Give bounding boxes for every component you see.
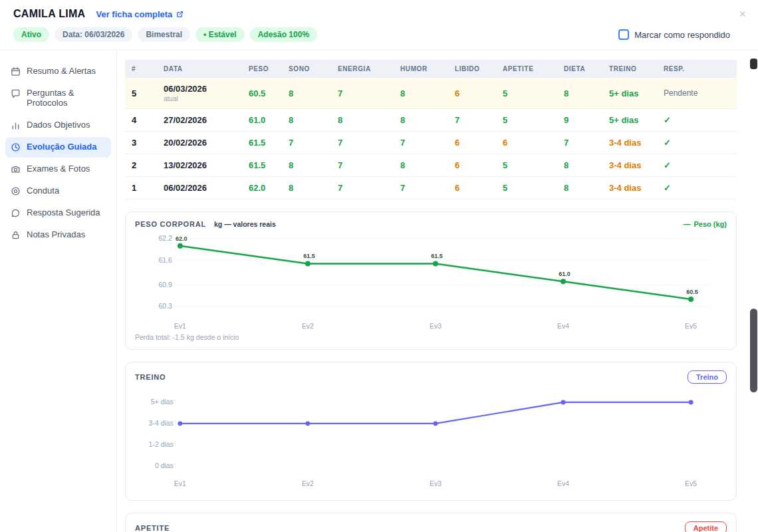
cell-libido: 6 <box>448 132 496 154</box>
cell-date: 13/02/2026 <box>157 154 242 177</box>
cell-energia: 7 <box>331 177 394 200</box>
cell-humor: 7 <box>394 132 448 154</box>
training-chart-title: TREINO <box>135 373 166 381</box>
column-header-: # <box>125 60 157 78</box>
svg-text:Ev1: Ev1 <box>174 479 186 487</box>
bar-chart-icon <box>11 120 21 130</box>
table-row: 427/02/202661.08887595+ dias✓ <box>125 109 737 132</box>
cell-energia: 7 <box>331 154 394 177</box>
svg-text:60.5: 60.5 <box>686 289 697 295</box>
svg-text:61.6: 61.6 <box>158 257 172 264</box>
weight-chart-card: PESO CORPORAL kg — valores reais —Peso (… <box>125 211 737 350</box>
target-icon <box>11 186 21 196</box>
appetite-chart-title: APETITE <box>135 524 170 532</box>
cell-dieta: 9 <box>557 109 602 132</box>
chat-square-icon <box>11 88 21 98</box>
cell-energia: 7 <box>331 78 394 109</box>
sidebar-item-notas-privadas[interactable]: Notas Privadas <box>5 225 111 245</box>
cell-date: 27/02/2026 <box>157 109 242 132</box>
column-header-apetite: APETITE <box>496 60 557 78</box>
sidebar-item-perguntas-protocolos[interactable]: Perguntas & Protocolos <box>5 83 111 114</box>
cell-energia: 7 <box>331 132 394 154</box>
calendar-icon <box>11 66 21 76</box>
cell-date: 06/03/2026atual <box>157 78 242 109</box>
svg-text:Ev5: Ev5 <box>685 323 697 330</box>
column-header-sono: SONO <box>282 60 331 78</box>
svg-text:Ev1: Ev1 <box>174 323 186 330</box>
column-header-peso: PESO <box>242 60 282 78</box>
cell-num: 4 <box>125 109 157 132</box>
cell-dieta: 7 <box>557 132 602 154</box>
sidebar-item-label: Conduta <box>27 186 59 196</box>
sidebar-item-resposta-sugerida[interactable]: Resposta Sugerida <box>5 203 111 223</box>
legend-line-icon: — <box>683 220 690 228</box>
svg-text:0 dias: 0 dias <box>155 462 174 469</box>
weight-chart-subtitle: kg — valores reais <box>214 220 276 228</box>
badge-ades-o-100: Adesão 100% <box>250 27 317 42</box>
cell-num: 3 <box>125 132 157 154</box>
cell-sono: 8 <box>282 78 331 109</box>
cell-treino: 5+ dias <box>602 109 657 132</box>
treino-filter-button[interactable]: Treino <box>688 370 727 384</box>
svg-text:62.2: 62.2 <box>158 235 172 242</box>
cell-apetite: 5 <box>496 154 557 177</box>
scrollbar-thumb[interactable] <box>750 309 757 392</box>
clock-icon <box>11 142 21 152</box>
weight-chart-footer: Perda total: -1.5 kg desde o início <box>135 333 727 341</box>
camera-icon <box>11 164 21 174</box>
svg-text:61.5: 61.5 <box>303 253 315 259</box>
cell-treino: 3-4 dias <box>602 154 657 177</box>
chat-bubble-icon <box>11 208 21 218</box>
evolution-table: #DATAPESOSONOENERGIAHUMORLIBIDOAPETITEDI… <box>125 60 737 200</box>
full-record-link-label: Ver ficha completa <box>96 9 172 19</box>
scrollbar-top-cap[interactable] <box>750 59 757 69</box>
cell-date: 20/02/2026 <box>157 132 242 154</box>
cell-humor: 7 <box>394 177 448 200</box>
cell-peso: 62.0 <box>242 177 282 200</box>
apetite-filter-button[interactable]: Apetite <box>685 521 727 532</box>
sidebar-item-label: Exames & Fotos <box>27 164 90 174</box>
cell-date: 06/02/2026 <box>157 177 242 200</box>
mark-answered-checkbox[interactable]: Marcar como respondido <box>618 29 730 40</box>
cell-sono: 7 <box>282 132 331 154</box>
cell-resp: ✓ <box>657 154 737 177</box>
cell-resp: ✓ <box>657 109 737 132</box>
cell-libido: 6 <box>448 78 496 109</box>
checkbox-box[interactable] <box>618 29 629 40</box>
patient-panel: CAMILA LIMA Ver ficha completa × AtivoDa… <box>0 0 758 532</box>
cell-dieta: 8 <box>557 78 602 109</box>
column-header-resp: RESP. <box>657 60 737 78</box>
scrollbar[interactable] <box>749 51 758 532</box>
cell-humor: 8 <box>394 109 448 132</box>
sidebar-item-resumo-alertas[interactable]: Resumo & Alertas <box>5 61 111 82</box>
full-record-link[interactable]: Ver ficha completa <box>96 9 184 19</box>
cell-peso: 61.0 <box>242 109 282 132</box>
sidebar-item-conduta[interactable]: Conduta <box>5 181 111 201</box>
external-link-icon <box>176 10 184 19</box>
column-header-energia: ENERGIA <box>331 60 394 78</box>
cell-resp: ✓ <box>657 177 737 200</box>
training-line-chart: 5+ dias3-4 dias1-2 dias0 diasEv1Ev2Ev3Ev… <box>135 386 727 493</box>
sidebar-item-label: Notas Privadas <box>27 230 85 240</box>
sidebar-item-evolu-o-guiada[interactable]: Evolução Guiada <box>5 137 111 158</box>
main-content: #DATAPESOSONOENERGIAHUMORLIBIDOAPETITEDI… <box>117 51 758 532</box>
svg-text:1-2 dias: 1-2 dias <box>149 441 174 448</box>
sidebar-item-exames-fotos[interactable]: Exames & Fotos <box>5 159 111 180</box>
svg-text:Ev4: Ev4 <box>557 323 569 330</box>
cell-num: 2 <box>125 154 157 177</box>
cell-sono: 8 <box>282 177 331 200</box>
table-row: 320/02/202661.57776673-4 dias✓ <box>125 132 737 154</box>
cell-peso: 60.5 <box>242 78 282 109</box>
svg-text:5+ dias: 5+ dias <box>151 398 174 406</box>
cell-peso: 61.5 <box>242 132 282 154</box>
cell-treino: 5+ dias <box>602 78 657 109</box>
cell-apetite: 5 <box>496 78 557 109</box>
cell-treino: 3-4 dias <box>602 132 657 154</box>
appetite-chart-card: APETITE Apetite <box>125 513 737 532</box>
close-icon[interactable]: × <box>739 8 746 20</box>
sidebar-item-label: Dados Objetivos <box>27 120 90 130</box>
checkbox-label: Marcar como respondido <box>634 30 730 40</box>
sidebar-item-dados-objetivos[interactable]: Dados Objetivos <box>5 115 111 136</box>
badge-data-06-03-2026: Data: 06/03/2026 <box>55 27 132 42</box>
cell-apetite: 5 <box>496 177 557 200</box>
